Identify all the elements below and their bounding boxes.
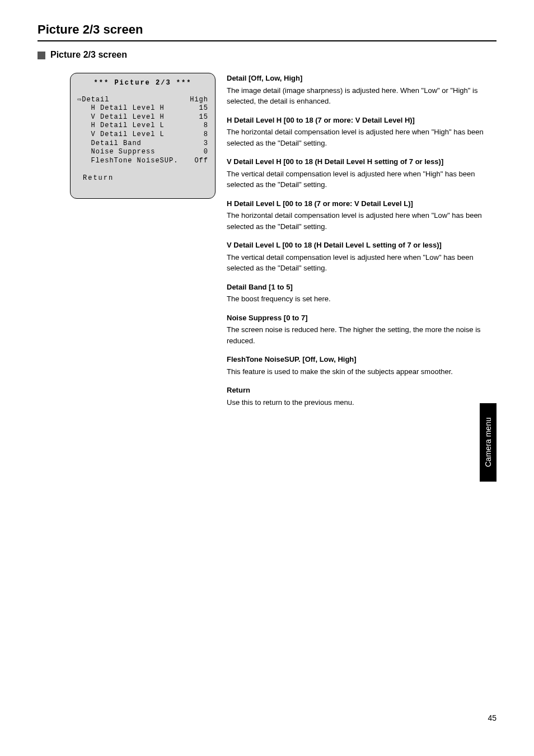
- menu-row[interactable]: H Detail Level H15: [77, 104, 208, 113]
- description-text: The screen noise is reduced here. The hi…: [227, 324, 493, 346]
- menu-row[interactable]: ⇨DetailHigh: [77, 96, 208, 105]
- menu-item-label: Noise Suppress: [77, 148, 155, 157]
- menu-item-label: V Detail Level H: [77, 113, 165, 122]
- description-block: V Detail Level H [00 to 18 (H Detail Lev…: [227, 156, 493, 190]
- description-block: H Detail Level H [00 to 18 (7 or more: V…: [227, 115, 493, 149]
- menu-row[interactable]: Detail Band3: [77, 139, 208, 148]
- description-title: Detail Band [1 to 5]: [227, 282, 493, 293]
- menu-item-value: 15: [186, 113, 208, 122]
- page-title: Picture 2/3 screen: [38, 22, 143, 37]
- menu-item-label: H Detail Level L: [77, 122, 165, 130]
- section-heading: Picture 2/3 screen: [50, 50, 127, 60]
- description-title: H Detail Level H [00 to 18 (7 or more: V…: [227, 115, 493, 126]
- section-bullet-icon: [38, 52, 45, 59]
- description-block: Detail Band [1 to 5]The boost frequency …: [227, 282, 493, 305]
- description-text: The horizontal detail compensation level…: [227, 210, 493, 232]
- description-title: Return: [227, 385, 493, 396]
- menu-item-label: H Detail Level H: [77, 104, 165, 113]
- menu-item-value: 0: [186, 148, 208, 157]
- description-text: The image detail (image sharpness) is ad…: [227, 85, 493, 107]
- description-title: V Detail Level L [00 to 18 (H Detail Lev…: [227, 240, 493, 251]
- menu-row[interactable]: V Detail Level L8: [77, 130, 208, 139]
- menu-panel: *** Picture 2/3 *** ⇨DetailHigh H Detail…: [70, 73, 216, 199]
- menu-return[interactable]: Return: [77, 174, 114, 182]
- menu-title: *** Picture 2/3 ***: [77, 79, 208, 88]
- description-block: Detail [Off, Low, High]The image detail …: [227, 73, 493, 107]
- description-title: H Detail Level L [00 to 18 (7 or more: V…: [227, 198, 493, 209]
- description-block: H Detail Level L [00 to 18 (7 or more: V…: [227, 198, 493, 232]
- description-text: This feature is used to make the skin of…: [227, 366, 493, 377]
- description-block: FleshTone NoiseSUP. [Off, Low, High]This…: [227, 354, 493, 377]
- page-number: 45: [488, 713, 496, 722]
- description-title: FleshTone NoiseSUP. [Off, Low, High]: [227, 354, 493, 365]
- description-title: Noise Suppress [0 to 7]: [227, 312, 493, 324]
- menu-item-value: 15: [186, 104, 208, 113]
- menu-row[interactable]: Noise Suppress0: [77, 148, 208, 157]
- description-text: The horizontal detail compensation level…: [227, 127, 493, 148]
- description-title: Detail [Off, Low, High]: [227, 73, 493, 84]
- menu-item-value: Off: [186, 157, 208, 166]
- description-block: ReturnUse this to return to the previous…: [227, 385, 493, 408]
- description-block: V Detail Level L [00 to 18 (H Detail Lev…: [227, 240, 493, 274]
- menu-row[interactable]: H Detail Level L8: [77, 122, 208, 130]
- description-block: Noise Suppress [0 to 7]The screen noise …: [227, 312, 493, 347]
- menu-item-value: High: [186, 96, 208, 105]
- description-text: The boost frequency is set here.: [227, 293, 493, 305]
- descriptions: Detail [Off, Low, High]The image detail …: [227, 73, 493, 416]
- description-title: V Detail Level H [00 to 18 (H Detail Lev…: [227, 156, 493, 167]
- side-tab: Camera menu: [480, 403, 496, 482]
- menu-item-label: Detail Band: [77, 139, 142, 148]
- description-text: Use this to return to the previous menu.: [227, 397, 493, 408]
- menu-item-label: V Detail Level L: [77, 130, 165, 139]
- header-rule: [38, 40, 496, 41]
- menu-item-label: FleshTone NoiseSUP.: [77, 157, 178, 166]
- menu-item-value: 3: [186, 139, 208, 148]
- menu-item-label: ⇨Detail: [77, 96, 109, 105]
- menu-row[interactable]: V Detail Level H15: [77, 113, 208, 122]
- menu-row[interactable]: FleshTone NoiseSUP.Off: [77, 157, 208, 166]
- description-text: The vertical detail compensation level i…: [227, 169, 493, 190]
- menu-item-value: 8: [186, 122, 208, 130]
- menu-item-value: 8: [186, 130, 208, 139]
- description-text: The vertical detail compensation level i…: [227, 252, 493, 274]
